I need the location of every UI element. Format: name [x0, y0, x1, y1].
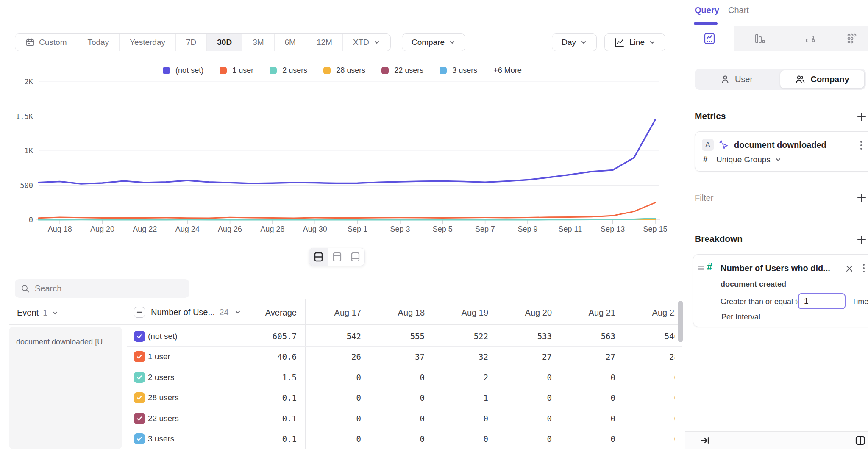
breakdown-condition-label[interactable]: Greater than or equal to — [721, 297, 801, 306]
chevron-down-icon — [580, 39, 587, 46]
table-cell: 0 — [488, 414, 552, 423]
kebab-menu-icon[interactable] — [862, 263, 865, 274]
compare-button[interactable]: Compare — [402, 33, 465, 51]
split-layout-icon — [313, 252, 324, 262]
date-column-header: Aug 19 — [425, 308, 488, 318]
range-button-12m[interactable]: 12M — [306, 34, 343, 51]
range-label: XTD — [353, 38, 369, 47]
kebab-menu-icon[interactable] — [860, 140, 863, 152]
main-content: CustomTodayYesterday7D30D3M6M12MXTD Comp… — [0, 0, 684, 449]
table-cell: 542 — [298, 332, 361, 341]
chart-type-tab-flow[interactable] — [785, 26, 835, 51]
chart-type-dropdown[interactable]: Line — [604, 33, 665, 51]
active-tab-indicator — [694, 22, 718, 25]
search-input[interactable] — [35, 284, 184, 294]
collapse-panel-icon[interactable] — [700, 435, 710, 446]
date-column-header: Aug 17 — [298, 308, 361, 318]
add-filter-button[interactable] — [856, 192, 868, 204]
toolbar: CustomTodayYesterday7D30D3M6M12MXTD Comp… — [15, 33, 665, 51]
table-cell: 563 — [552, 332, 615, 341]
table-cell: 0 — [361, 393, 425, 402]
x-axis-label: Sep 7 — [475, 225, 495, 233]
chart-type-tab-bars[interactable] — [734, 26, 785, 51]
breakdown-property-name[interactable]: Number of Users who did... — [721, 263, 830, 273]
range-label: Custom — [39, 38, 67, 47]
chevron-down-icon — [775, 156, 782, 163]
table-scrollbar[interactable] — [678, 301, 683, 342]
entity-option-user[interactable]: User — [695, 69, 779, 90]
close-icon[interactable] — [845, 264, 854, 273]
table-cell: 0 — [488, 434, 552, 443]
table-cell: 0 — [552, 373, 615, 382]
metric-event-name[interactable]: document downloaded — [734, 140, 826, 150]
times-input[interactable] — [798, 293, 846, 309]
calendar-icon — [25, 38, 35, 47]
bar-chart-icon — [753, 32, 766, 45]
range-button-custom[interactable]: Custom — [15, 34, 77, 51]
x-axis-label: Aug 22 — [133, 225, 157, 233]
chart-type-tab-grid[interactable] — [835, 26, 868, 51]
event-click-icon — [718, 139, 730, 151]
entity-option-company[interactable]: Company — [780, 70, 865, 89]
per-interval-label[interactable]: Per Interval — [721, 313, 760, 322]
line-chart: 05001K1.5K2KAug 18Aug 20Aug 22Aug 24Aug … — [0, 72, 684, 237]
metric-badge: A — [702, 139, 714, 151]
measure-dropdown[interactable]: Unique Groups — [716, 155, 782, 164]
search-icon — [21, 284, 30, 294]
entity-company-label: Company — [810, 75, 849, 84]
breakdown-hash-icon: # — [707, 261, 712, 273]
dots-grid-icon — [846, 32, 858, 45]
table-cell: 2 — [425, 373, 488, 382]
range-button-30d[interactable]: 30D — [207, 34, 242, 51]
x-axis-label: Aug 20 — [90, 225, 114, 233]
table-cell: 32 — [425, 352, 488, 361]
series-line — [39, 120, 655, 184]
range-button-xtd[interactable]: XTD — [343, 34, 390, 51]
query-panel: Query Chart — [685, 0, 868, 449]
range-button-7d[interactable]: 7D — [176, 34, 207, 51]
range-button-3m[interactable]: 3M — [242, 34, 274, 51]
table-cell: 0 — [552, 393, 615, 402]
table-cell: 27 — [488, 352, 552, 361]
table-cell: 0 — [615, 373, 675, 382]
breakdown-card[interactable]: # Number of Users who did... document cr… — [693, 254, 868, 327]
metric-card[interactable]: A document downloaded # Unique Groups — [695, 131, 868, 172]
tab-chart[interactable]: Chart — [728, 6, 749, 15]
range-label: 3M — [253, 38, 264, 47]
chart-type-tab-metrics[interactable] — [685, 26, 734, 51]
table-cell: 0 — [552, 434, 615, 443]
split-view-icon[interactable] — [855, 435, 866, 446]
date-column-header: Aug 18 — [361, 308, 425, 318]
date-column-header: Aug 22 — [615, 308, 675, 318]
chart-type-label: Line — [629, 38, 645, 47]
table-cell: 0 — [425, 434, 488, 443]
chart-type-tabs — [685, 26, 868, 51]
x-axis-label: Sep 1 — [348, 225, 367, 233]
tab-query[interactable]: Query — [695, 6, 719, 15]
interval-dropdown[interactable]: Day — [552, 33, 597, 51]
breakdown-event-name: document created — [721, 280, 786, 289]
range-button-6m[interactable]: 6M — [275, 34, 306, 51]
layout-split-button[interactable] — [309, 248, 328, 266]
x-axis-label: Aug 26 — [218, 225, 242, 233]
table-cell: 0 — [552, 414, 615, 423]
range-button-yesterday[interactable]: Yesterday — [120, 34, 176, 51]
x-axis-label: Sep 11 — [558, 225, 582, 233]
table-cell: 0 — [488, 393, 552, 402]
range-button-today[interactable]: Today — [77, 34, 120, 51]
add-metric-button[interactable] — [856, 111, 868, 123]
times-label: Times — [852, 297, 868, 306]
layout-table-only-button[interactable] — [346, 248, 364, 266]
bottom-layout-icon — [350, 252, 361, 262]
company-users-icon — [795, 75, 805, 84]
table-cell: 555 — [361, 332, 425, 341]
drag-handle-icon[interactable] — [698, 265, 704, 272]
layout-chart-only-button[interactable] — [328, 248, 347, 266]
add-breakdown-button[interactable] — [856, 234, 868, 246]
x-axis-label: Sep 15 — [643, 225, 667, 233]
date-column-header: Aug 21 — [552, 308, 615, 318]
chevron-down-icon — [373, 39, 380, 46]
table-cell: 27 — [552, 352, 615, 361]
filter-section-title: Filter — [695, 193, 713, 203]
chevron-down-icon — [649, 39, 656, 46]
